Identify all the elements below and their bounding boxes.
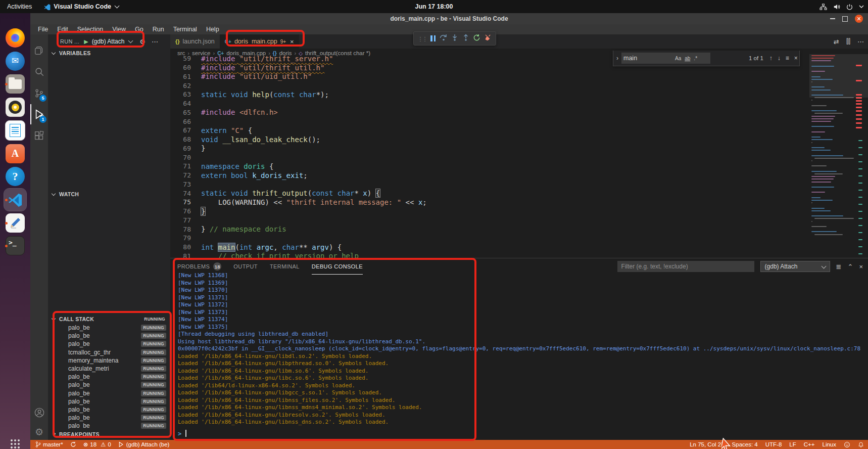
caret-down-icon[interactable] (859, 5, 864, 9)
code-line[interactable]: 62 (170, 81, 809, 90)
call-stack-section-header[interactable]: CALL STACK RUNNING (48, 315, 170, 323)
show-applications-button[interactable] (4, 433, 26, 449)
dock-item-rhythmbox[interactable] (4, 96, 26, 118)
notifications-bell-icon[interactable] (858, 441, 864, 448)
code-line[interactable]: 73 (170, 180, 809, 189)
code-line[interactable]: 71namespace doris { (170, 162, 809, 171)
call-stack-frame[interactable]: palo_beRUNNING (48, 332, 170, 340)
activity-run-and-debug[interactable]: 1 (30, 104, 48, 124)
console-prompt[interactable]: > (178, 430, 181, 437)
menu-view[interactable]: View (108, 26, 130, 33)
status-os[interactable]: Linux (823, 441, 837, 447)
more-actions-icon[interactable]: ⋯ (152, 38, 159, 46)
code-line[interactable]: 72extern bool k_doris_exit; (170, 171, 809, 180)
menu-run[interactable]: Run (148, 26, 169, 33)
dock-item-libreoffice-writer[interactable] (4, 119, 26, 142)
pause-icon[interactable] (430, 35, 436, 41)
call-stack-frame[interactable]: palo_beRUNNING (48, 397, 170, 406)
network-icon[interactable] (819, 4, 827, 10)
debug-session-select[interactable]: (gdb) Attach (760, 261, 830, 272)
call-stack-frame[interactable]: calculate_metriRUNNING (48, 365, 170, 373)
code-line[interactable]: 81 // check if print version or help (170, 252, 809, 258)
code-line[interactable]: 74static void thrift_output(const char* … (170, 189, 809, 198)
console-filter-input[interactable] (617, 261, 754, 272)
close-panel-icon[interactable]: × (859, 263, 863, 271)
dock-item-gedit[interactable] (4, 212, 26, 234)
menu-help[interactable]: Help (202, 26, 224, 33)
restart-icon[interactable] (473, 34, 480, 43)
status-language[interactable]: C++ (804, 441, 815, 447)
overview-ruler[interactable] (854, 54, 868, 258)
find-collapse-icon[interactable]: › (616, 55, 618, 62)
code-line[interactable]: 75 LOG(WARNING) << "thrift internal mess… (170, 198, 809, 207)
tab-doris-main-cpp[interactable]: C+ doris_main.cpp 9+ × (220, 34, 299, 49)
volume-icon[interactable] (833, 4, 840, 10)
whole-word-toggle[interactable]: ab (685, 56, 690, 61)
code-editor[interactable]: 59#include "util/thrift_server.h"60#incl… (170, 54, 809, 258)
match-case-toggle[interactable]: Aa (675, 56, 681, 61)
find-in-selection-icon[interactable]: ≡ (786, 55, 789, 62)
find-next-icon[interactable]: ↓ (778, 55, 781, 62)
code-line[interactable]: 79 (170, 234, 809, 243)
menu-go[interactable]: Go (130, 26, 148, 33)
dock-item-files[interactable] (4, 73, 26, 95)
code-line[interactable]: 67extern "C" { (170, 126, 809, 135)
watch-section-header[interactable]: WATCH (48, 190, 170, 198)
minimap[interactable] (809, 54, 854, 258)
split-editor-icon[interactable]: ⫿⫿ (846, 37, 850, 46)
call-stack-frame[interactable]: palo_beRUNNING (48, 381, 170, 389)
close-tab-icon[interactable]: × (290, 38, 294, 46)
code-line[interactable]: 77 (170, 216, 809, 225)
call-stack-frame[interactable]: palo_beRUNNING (48, 324, 170, 332)
system-tray[interactable] (819, 0, 864, 13)
code-line[interactable]: 78} // namespace doris (170, 224, 809, 234)
more-actions-icon[interactable]: ⋯ (857, 38, 864, 46)
dock-item-vscode[interactable] (4, 189, 26, 211)
close-button[interactable]: ✕ (855, 15, 863, 23)
call-stack-frame[interactable]: palo_beRUNNING (48, 406, 170, 414)
start-debug-button[interactable]: ▶ (84, 38, 88, 45)
activity-explorer[interactable] (30, 40, 48, 61)
problems-item[interactable]: ⊗ 18 ⚠ 0 (83, 441, 111, 448)
menu-terminal[interactable]: Terminal (169, 26, 202, 33)
feedback-icon[interactable] (844, 441, 850, 448)
status-line-col[interactable]: Ln 75, Col 27 (690, 441, 724, 447)
dock-item-thunderbird[interactable]: ✉ (4, 50, 26, 72)
activity-search[interactable] (30, 62, 48, 82)
menu-file[interactable]: File (33, 26, 53, 33)
find-previous-icon[interactable]: ↑ (769, 55, 773, 62)
status-indentation[interactable]: Spaces: 4 (732, 441, 758, 447)
code-line[interactable]: 70 (170, 153, 809, 162)
dock-item-firefox[interactable] (4, 27, 26, 49)
call-stack-frame[interactable]: palo_beRUNNING (48, 373, 170, 381)
tab-launch-json[interactable]: {} launch.json (170, 34, 220, 49)
configure-gear-icon[interactable]: ⚙ (139, 38, 146, 46)
code-line[interactable]: 64 (170, 99, 809, 108)
activity-manage[interactable]: ⚙ (30, 422, 48, 442)
dock-item-terminal[interactable]: >_ (4, 235, 26, 257)
regex-toggle[interactable]: .* (694, 56, 697, 61)
power-icon[interactable] (846, 4, 853, 10)
debug-session-item[interactable]: (gdb) Attach (be) (118, 441, 170, 447)
step-into-icon[interactable] (451, 34, 458, 43)
code-line[interactable]: 61#include "util/uid_util.h" (170, 72, 809, 81)
activity-extensions[interactable] (30, 125, 48, 146)
call-stack-frame[interactable]: memory_maintenaRUNNING (48, 356, 170, 365)
code-line[interactable]: 69} (170, 144, 809, 153)
code-line[interactable]: 63static void help(const char*); (170, 90, 809, 99)
debug-config-dropdown[interactable]: (gdb) Attach (92, 38, 125, 45)
dock-item-ubuntu-software[interactable]: A (4, 143, 26, 165)
code-line[interactable]: 80int main(int argc, char** argv) { (170, 243, 809, 252)
call-stack-frame[interactable]: palo_beRUNNING (48, 389, 170, 397)
code-line[interactable]: 65#include <dlfcn.h> (170, 108, 809, 117)
variables-section-header[interactable]: VARIABLES (48, 49, 170, 57)
git-branch-item[interactable]: master* (35, 441, 63, 447)
clock[interactable]: Jun 17 18:00 (0, 3, 868, 10)
code-line[interactable]: 76} (170, 207, 809, 216)
menu-edit[interactable]: Edit (53, 26, 73, 33)
status-encoding[interactable]: UTF-8 (765, 441, 782, 447)
code-line[interactable]: 68void __lsan_do_leak_check(); (170, 135, 809, 144)
activity-accounts[interactable] (30, 402, 48, 423)
breakpoints-section-header[interactable]: BREAKPOINTS (48, 430, 170, 438)
dock-item-help[interactable]: ? (4, 165, 26, 188)
